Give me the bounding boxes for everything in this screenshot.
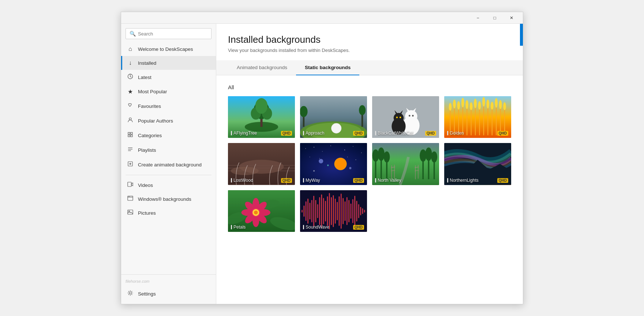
sidebar-item-installed[interactable]: ↓ Installed [121, 56, 216, 70]
titlebar: − □ ✕ [121, 12, 523, 24]
sidebar-item-popular-authors[interactable]: Popular Authors [121, 113, 216, 128]
search-input[interactable] [138, 31, 207, 37]
sidebar-bottom: filehorse.com Settings [121, 274, 216, 304]
bg-card-lostwood[interactable]: LostWood QHD [228, 143, 295, 185]
authors-icon [127, 117, 134, 124]
bg-card-petals[interactable]: Petals [228, 190, 295, 232]
sidebar-label-latest: Latest [138, 75, 151, 80]
svg-point-51 [449, 103, 452, 110]
minimize-button[interactable]: − [469, 12, 486, 24]
sidebar-divider [126, 175, 211, 175]
bg-label-northvalley: North Valley [375, 178, 401, 183]
svg-rect-152 [323, 198, 324, 224]
bg-card-soundwave[interactable]: SoundWave QHD [300, 190, 367, 232]
bg-card-flyingtree[interactable]: AFlyingTree QHD [228, 96, 295, 138]
svg-point-89 [344, 150, 345, 150]
svg-point-63 [474, 99, 477, 108]
latest-icon [127, 74, 134, 81]
close-button[interactable]: ✕ [503, 12, 520, 24]
svg-point-71 [491, 102, 494, 109]
sidebar-item-windows-bg[interactable]: Windows® backgrounds [121, 192, 216, 206]
svg-point-18 [129, 292, 131, 294]
svg-point-59 [465, 100, 468, 109]
categories-icon [127, 132, 134, 139]
svg-rect-70 [492, 106, 493, 135]
bg-card-golden[interactable]: Golden QHD [444, 96, 511, 138]
svg-rect-146 [311, 200, 312, 222]
svg-point-86 [314, 147, 314, 148]
sidebar-item-settings[interactable]: Settings [121, 286, 216, 301]
svg-rect-4 [128, 135, 130, 137]
svg-point-46 [412, 115, 414, 117]
windows-bg-icon [127, 196, 134, 202]
qhd-badge-flyingtree: QHD [281, 131, 292, 136]
svg-rect-143 [305, 201, 306, 221]
sidebar-label-settings: Settings [138, 291, 156, 297]
qhd-badge-blackcat: QHD [425, 131, 436, 136]
svg-rect-12 [128, 182, 131, 187]
svg-rect-159 [337, 202, 338, 220]
sidebar-item-welcome[interactable]: ⌂ Welcome to DeskScapes [121, 42, 216, 56]
svg-rect-2 [128, 132, 130, 134]
bg-card-myway[interactable]: MyWay QHD [300, 143, 367, 185]
svg-rect-153 [325, 201, 326, 221]
sidebar-label-videos: Videos [138, 183, 153, 188]
svg-rect-172 [362, 208, 363, 214]
svg-rect-150 [319, 197, 320, 225]
svg-rect-3 [131, 132, 132, 134]
bg-card-approach[interactable]: Approach QHD [300, 96, 367, 138]
svg-point-34 [359, 105, 366, 115]
home-icon: ⌂ [127, 46, 134, 52]
svg-point-90 [353, 146, 353, 147]
bg-label-myway: MyWay [303, 178, 320, 183]
sidebar-item-categories[interactable]: Categories [121, 128, 216, 143]
qhd-badge-myway: QHD [353, 178, 364, 183]
svg-point-114 [431, 151, 437, 163]
restore-button[interactable]: □ [486, 12, 503, 24]
sidebar-item-create-animated[interactable]: Create animated background [121, 157, 216, 172]
svg-point-75 [499, 100, 502, 109]
create-icon [127, 161, 134, 168]
svg-point-77 [503, 102, 506, 110]
sidebar-item-latest[interactable]: Latest [121, 70, 216, 84]
svg-rect-166 [350, 203, 351, 218]
bg-card-northernlights[interactable]: NorthernLights QHD [444, 143, 511, 185]
sidebar-label-favourites: Favourites [138, 104, 161, 109]
sidebar-label-pictures: Pictures [138, 210, 156, 216]
tab-animated[interactable]: Animated backgrounds [228, 60, 296, 75]
sidebar-item-most-popular[interactable]: ★ Most Popular [121, 84, 216, 99]
qhd-badge-approach: QHD [353, 131, 364, 136]
svg-rect-142 [303, 206, 304, 217]
bg-label-northernlights: NorthernLights [447, 178, 479, 183]
svg-point-32 [300, 106, 308, 117]
svg-rect-156 [331, 197, 332, 225]
settings-icon [127, 290, 134, 297]
svg-point-85 [305, 148, 306, 149]
svg-rect-170 [358, 204, 359, 218]
download-icon: ↓ [127, 60, 134, 66]
bg-card-blackcat[interactable]: BlackCatWhiteCat QHD [372, 96, 439, 138]
sidebar-item-pictures[interactable]: Pictures [121, 206, 216, 220]
svg-point-55 [457, 101, 460, 110]
svg-point-106 [378, 148, 385, 161]
tab-static[interactable]: Static backgrounds [296, 60, 359, 75]
bg-card-northvalley[interactable]: North Valley [372, 143, 439, 185]
filehorse-logo: filehorse.com [121, 278, 216, 286]
bg-label-soundwave: SoundWave [303, 225, 329, 230]
svg-point-42 [394, 113, 404, 123]
search-box[interactable]: 🔍 [126, 28, 211, 39]
bg-label-lostwood: LostWood [231, 178, 253, 183]
scrollbar[interactable] [520, 24, 523, 46]
svg-point-25 [255, 98, 268, 114]
svg-point-87 [322, 151, 322, 152]
tabs-bar: Animated backgrounds Static backgrounds [216, 60, 523, 75]
svg-point-92 [310, 157, 310, 157]
svg-point-108 [384, 151, 390, 163]
svg-rect-163 [344, 201, 345, 221]
sidebar-item-favourites[interactable]: Favourites [121, 99, 216, 113]
sidebar-item-videos[interactable]: Videos [121, 178, 216, 192]
svg-rect-68 [487, 105, 488, 135]
svg-point-38 [405, 110, 418, 123]
bg-label-flyingtree: AFlyingTree [231, 131, 257, 136]
sidebar-item-playlists[interactable]: Playlists [121, 143, 216, 157]
